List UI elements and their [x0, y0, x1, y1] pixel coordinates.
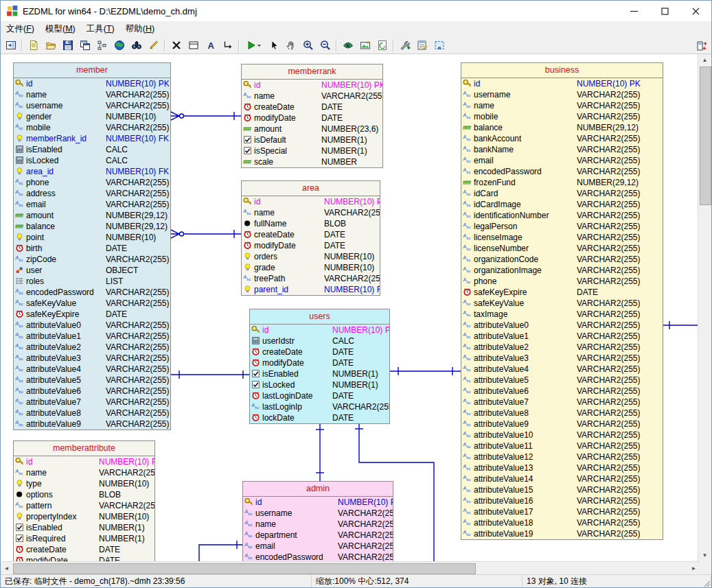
- field-row-bankName[interactable]: AbcbankNameVARCHAR2(255): [461, 144, 663, 155]
- field-row-encodedPassword[interactable]: AbcencodedPasswordVARCHAR2(255): [243, 552, 393, 561]
- field-row-encodedPassword[interactable]: AbcencodedPasswordVARCHAR2(255): [461, 166, 663, 177]
- field-row-createDate[interactable]: createDateDATE: [242, 229, 380, 240]
- field-row-attributeValue7[interactable]: AbcattributeValue7VARCHAR2(255): [14, 397, 170, 408]
- field-row-idCard[interactable]: AbcidCardVARCHAR2(255): [461, 188, 663, 199]
- field-row-attributeValue0[interactable]: AbcattributeValue0VARCHAR2(255): [461, 320, 663, 331]
- horizontal-scroll-thumb[interactable]: [13, 563, 476, 574]
- panel-toggle-button[interactable]: [2, 38, 19, 53]
- field-row-attributeValue4[interactable]: AbcattributeValue4VARCHAR2(255): [461, 364, 663, 375]
- field-row-fullName[interactable]: fullNameBLOB: [242, 218, 380, 229]
- field-row-attributeValue2[interactable]: AbcattributeValue2VARCHAR2(255): [14, 342, 170, 353]
- field-row-isEnabled[interactable]: isEnabledNUMBER(1): [250, 368, 389, 379]
- field-row-name[interactable]: AbcnameVARCHAR2(255): [242, 207, 380, 218]
- field-row-attributeValue19[interactable]: AbcattributeValue19VARCHAR2(255): [461, 528, 663, 539]
- field-row-safeKeyValue[interactable]: AbcsafeKeyValueVARCHAR2(255): [461, 298, 663, 309]
- field-row-user[interactable]: userOBJECT: [14, 265, 170, 276]
- field-row-attributeValue2[interactable]: AbcattributeValue2VARCHAR2(255): [461, 342, 663, 353]
- field-row-safeKeyValue[interactable]: AbcsafeKeyValueVARCHAR2(255): [14, 298, 170, 309]
- field-row-attributeValue8[interactable]: AbcattributeValue8VARCHAR2(255): [461, 408, 663, 419]
- export-image-button[interactable]: [356, 38, 374, 53]
- preview-eye-button[interactable]: [339, 38, 356, 53]
- pencil-button[interactable]: [145, 38, 162, 53]
- run-button[interactable]: [242, 38, 265, 53]
- new-file-button[interactable]: [25, 38, 42, 53]
- add-tool-button[interactable]: [396, 38, 413, 53]
- field-row-id[interactable]: idNUMBER(10) PK: [242, 196, 380, 207]
- field-row-treePath[interactable]: AbctreePathVARCHAR2(255): [242, 273, 380, 284]
- field-row-attributeValue13[interactable]: AbcattributeValue13VARCHAR2(255): [461, 462, 663, 473]
- field-row-lastLoginDate[interactable]: lastLoginDateDATE: [250, 390, 389, 401]
- field-row-point[interactable]: pointNUMBER(10): [14, 232, 170, 243]
- globe-button[interactable]: [111, 38, 128, 53]
- field-row-attributeValue0[interactable]: AbcattributeValue0VARCHAR2(255): [14, 320, 170, 331]
- field-row-name[interactable]: AbcnameVARCHAR2(255): [243, 519, 393, 530]
- field-row-licenseImage[interactable]: AbclicenseImageVARCHAR2(255): [461, 232, 663, 243]
- field-row-attributeValue5[interactable]: AbcattributeValue5VARCHAR2(255): [461, 375, 663, 386]
- field-row-attributeValue1[interactable]: AbcattributeValue1VARCHAR2(255): [461, 331, 663, 342]
- menu-item-F[interactable]: 文件(F): [1, 21, 40, 37]
- field-row-type[interactable]: typeNUMBER(10): [14, 478, 154, 489]
- field-row-area_id[interactable]: area_idNUMBER(10) FK: [14, 166, 170, 177]
- field-row-isRequired[interactable]: isRequiredNUMBER(1): [14, 533, 154, 544]
- field-row-licenseNumber[interactable]: AbclicenseNumberVARCHAR2(255): [461, 243, 663, 254]
- field-row-modifyDate[interactable]: modifyDateDATE: [250, 357, 389, 368]
- field-row-userIdstr[interactable]: userIdstrCALC: [250, 336, 389, 346]
- field-row-lastLoginIp[interactable]: AbclastLoginIpVARCHAR2(255): [250, 401, 389, 412]
- field-row-phone[interactable]: AbcphoneVARCHAR2(255): [14, 177, 170, 188]
- refresh-doc-button[interactable]: [374, 38, 391, 53]
- field-row-balance[interactable]: ###balanceNUMBER(29,12): [14, 221, 170, 232]
- field-row-address[interactable]: AbcaddressVARCHAR2(255): [14, 188, 170, 199]
- zoom-out-button[interactable]: [317, 38, 334, 53]
- field-row-idCardImage[interactable]: AbcidCardImageVARCHAR2(255): [461, 199, 663, 210]
- field-row-scale[interactable]: ###scaleNUMBER: [242, 156, 382, 167]
- field-row-attributeValue9[interactable]: AbcattributeValue9VARCHAR2(255): [461, 419, 663, 430]
- field-row-attributeValue1[interactable]: AbcattributeValue1VARCHAR2(255): [14, 331, 170, 342]
- field-row-grade[interactable]: gradeNUMBER(10): [242, 262, 380, 273]
- connection-users-admin[interactable]: [316, 423, 324, 481]
- find-button[interactable]: [128, 38, 145, 53]
- field-row-propertyIndex[interactable]: propertyIndexNUMBER(10): [14, 511, 154, 522]
- field-row-isSpecial[interactable]: isSpecialNUMBER(1): [242, 145, 382, 156]
- field-row-mobile[interactable]: AbcmobileVARCHAR2(255): [461, 111, 663, 122]
- field-row-name[interactable]: AbcnameVARCHAR2(255): [14, 467, 154, 478]
- scroll-right-arrow[interactable]: ►: [688, 562, 700, 575]
- field-row-frozenFund[interactable]: ###frozenFundNUMBER(29,12): [461, 177, 663, 188]
- field-row-encodedPassword[interactable]: AbcencodedPasswordVARCHAR2(255): [14, 287, 170, 298]
- field-row-attributeValue12[interactable]: AbcattributeValue12VARCHAR2(255): [461, 451, 663, 462]
- field-row-id[interactable]: idNUMBER(10) PK: [14, 78, 170, 89]
- save-button[interactable]: [59, 38, 76, 53]
- field-row-attributeValue6[interactable]: AbcattributeValue6VARCHAR2(255): [14, 386, 170, 397]
- field-row-parent_id[interactable]: parent_idNUMBER(10) FK: [242, 284, 380, 295]
- field-row-mobile[interactable]: AbcmobileVARCHAR2(255): [14, 122, 170, 133]
- tree-view-button[interactable]: [93, 38, 111, 53]
- field-row-phone[interactable]: AbcphoneVARCHAR2(255): [461, 276, 663, 287]
- field-row-attributeValue16[interactable]: AbcattributeValue16VARCHAR2(255): [461, 495, 663, 506]
- field-row-isLocked[interactable]: isLockedNUMBER(1): [250, 379, 389, 390]
- scroll-left-arrow[interactable]: ◄: [1, 562, 12, 575]
- field-row-attributeValue11[interactable]: AbcattributeValue11VARCHAR2(255): [461, 440, 663, 451]
- connection-business-offscreen-right[interactable]: [663, 321, 698, 329]
- horizontal-scrollbar[interactable]: ◄ ►: [1, 561, 700, 575]
- scroll-up-arrow[interactable]: ▲: [698, 54, 711, 66]
- field-row-attributeValue5[interactable]: AbcattributeValue5VARCHAR2(255): [14, 375, 170, 386]
- pan-hand-button[interactable]: [282, 38, 299, 53]
- table-memberrank[interactable]: memberrankidNUMBER(10) PKAbcnameVARCHAR2…: [241, 64, 383, 168]
- field-row-department[interactable]: AbcdepartmentVARCHAR2(255): [243, 530, 393, 541]
- field-row-identificationNumber[interactable]: AbcidentificationNumberVARCHAR2(255): [461, 210, 663, 221]
- field-row-memberRank_id[interactable]: memberRank_idNUMBER(10) FK: [14, 133, 170, 144]
- field-row-attributeValue3[interactable]: AbcattributeValue3VARCHAR2(255): [461, 353, 663, 364]
- table-memberattribute[interactable]: memberattributeidNUMBER(10) PKAbcnameVAR…: [13, 440, 155, 561]
- open-file-button[interactable]: [42, 38, 59, 53]
- table-area[interactable]: areaidNUMBER(10) PKAbcnameVARCHAR2(255)f…: [241, 180, 380, 296]
- field-row-balance[interactable]: ###balanceNUMBER(29,12): [461, 122, 663, 133]
- field-row-modifyDate[interactable]: modifyDateDATE: [242, 240, 380, 251]
- field-row-createDate[interactable]: createDateDATE: [242, 102, 382, 113]
- diagram-canvas[interactable]: memberidNUMBER(10) PKAbcnameVARCHAR2(255…: [1, 54, 699, 561]
- field-row-id[interactable]: idNUMBER(10) PK: [461, 78, 663, 89]
- field-row-modifyDate[interactable]: modifyDateDATE: [14, 555, 154, 561]
- field-row-createDate[interactable]: createDateDATE: [14, 544, 154, 555]
- field-row-createDate[interactable]: createDateDATE: [250, 346, 389, 357]
- table-member[interactable]: memberidNUMBER(10) PKAbcnameVARCHAR2(255…: [13, 62, 171, 430]
- field-row-pattern[interactable]: AbcpatternVARCHAR2(255): [14, 500, 154, 511]
- table-users[interactable]: usersidNUMBER(10) PKuserIdstrCALCcreateD…: [249, 309, 390, 424]
